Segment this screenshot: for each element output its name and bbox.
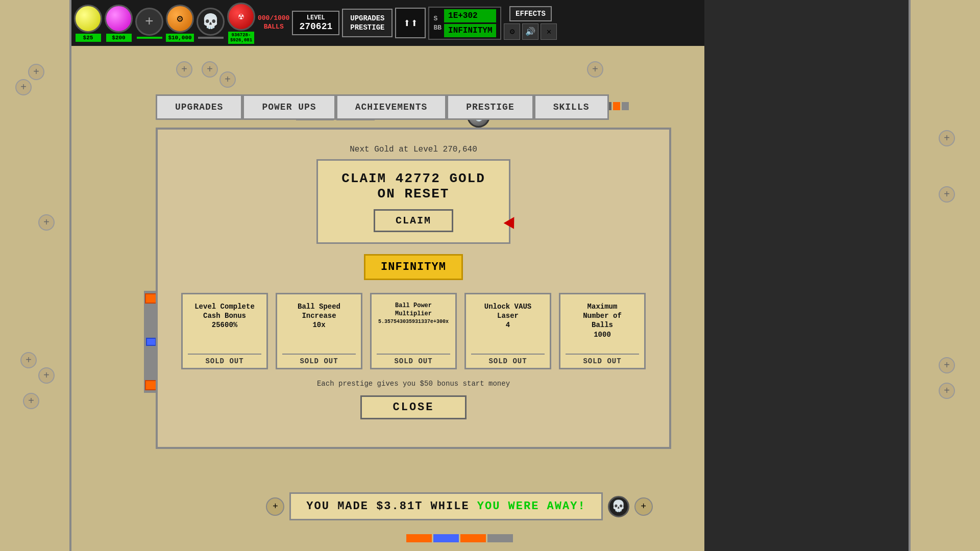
plus-button[interactable]: + [20, 352, 37, 368]
prestige-item-1-status: SOLD OUT [188, 354, 261, 368]
tab-skills[interactable]: SKILLS [534, 94, 609, 120]
bar-seg-1 [406, 534, 432, 542]
prestige-item-3-status: SOLD OUT [377, 354, 450, 368]
tab-prestige[interactable]: PRESTIGE [447, 94, 533, 120]
level-box: LEVEL 270621 [292, 11, 339, 35]
plus-button[interactable]: + [939, 130, 955, 146]
plus-ball-button[interactable]: + [135, 8, 163, 36]
gear-icon[interactable]: ⚙ [504, 23, 520, 40]
prestige-item-4[interactable]: Unlock VAUSLaser4 SOLD OUT [464, 293, 551, 369]
prestige-items-container: Level CompleteCash Bonus25600% SOLD OUT … [181, 293, 646, 369]
plus-button[interactable]: + [38, 214, 55, 231]
notification-left-btn[interactable]: + [266, 497, 284, 516]
prestige-item-3-name: Ball PowerMultiplier5.357543035931337e+3… [378, 302, 449, 326]
prestige-item-5-name: MaximumNumber ofBalls1000 [583, 302, 622, 339]
close-button[interactable]: CLOSE [360, 395, 466, 419]
skull-ball-button[interactable]: 💀 [197, 8, 225, 36]
upgrades-prestige-button[interactable]: UPGRADESPRESTIGE [342, 9, 393, 37]
red-ball-col: ☢ 936728-$926,081 [227, 3, 255, 44]
plus-button[interactable]: + [23, 393, 39, 409]
prestige-item-1-name: Level CompleteCash Bonus25600% [194, 302, 255, 330]
next-gold-text: Next Gold at Level 270,640 [350, 145, 477, 154]
prestige-item-5-status: SOLD OUT [566, 354, 639, 368]
pink-ball-button[interactable] [105, 5, 133, 33]
plus-button-board-1[interactable]: + [176, 61, 192, 78]
plus-ball-col: + [135, 8, 163, 39]
color-seg-orange3 [613, 102, 620, 110]
orange-ball-price: $10,000 [166, 34, 193, 42]
orange-ball-button[interactable]: ⚙ [166, 5, 194, 33]
bonus-text: Each prestige gives you $50 bonus start … [317, 380, 510, 388]
s-label: S [433, 15, 442, 22]
right-panel: + + + + [909, 0, 980, 551]
close-icon[interactable]: ✕ [541, 23, 557, 40]
yellow-ball-button[interactable] [74, 5, 102, 33]
red-ball-button[interactable]: ☢ [227, 3, 255, 31]
level-value: 270621 [299, 21, 332, 32]
notification-skull-button[interactable]: 💀 [608, 496, 629, 517]
level-label: LEVEL [299, 14, 332, 21]
slider-handle-blue [146, 338, 156, 346]
prestige-modal: Next Gold at Level 270,640 CLAIM 42772 G… [156, 128, 671, 449]
plus-button[interactable]: + [15, 79, 32, 95]
tab-achievements[interactable]: ACHIEVEMENTS [336, 94, 447, 120]
effects-icons: ⚙ 🔊 ✕ [504, 23, 557, 40]
left-panel: + + + + + + [0, 0, 71, 551]
prestige-item-2[interactable]: Ball SpeedIncrease10x SOLD OUT [276, 293, 362, 369]
plus-button[interactable]: + [939, 357, 955, 373]
plus-button-board-4[interactable]: + [587, 61, 603, 78]
claim-box: CLAIM 42772 GOLD ON RESET CLAIM [316, 159, 510, 244]
sound-icon[interactable]: 🔊 [522, 23, 538, 40]
yellow-ball-price: $25 [76, 34, 101, 42]
plus-button[interactable]: + [939, 383, 955, 399]
bar-seg-2 [433, 534, 459, 542]
prestige-item-5[interactable]: MaximumNumber ofBalls1000 SOLD OUT [559, 293, 646, 369]
bar-seg-4 [487, 534, 513, 542]
main-content: 197.70P 197.70P 💀 UPGRADES POWER UPS ACH… [71, 46, 704, 551]
skull-ball-col: 💀 [197, 8, 225, 39]
prestige-item-3[interactable]: Ball PowerMultiplier5.357543035931337e+3… [370, 293, 457, 369]
pink-ball-price: $200 [106, 34, 132, 42]
pink-ball-col: $200 [105, 5, 133, 42]
color-seg-gray2 [622, 102, 629, 110]
bottom-progress-bar [143, 533, 776, 543]
tab-upgrades[interactable]: UPGRADES [156, 94, 242, 120]
plus-button[interactable]: + [28, 64, 44, 80]
currency-box: S BB 1E+302 INFINITYM [428, 7, 501, 40]
skull-ball-price [198, 37, 224, 39]
prestige-item-1[interactable]: Level CompleteCash Bonus25600% SOLD OUT [181, 293, 268, 369]
nav-bar: UPGRADES POWER UPS ACHIEVEMENTS PRESTIGE… [156, 94, 609, 120]
infinity-button[interactable]: INFINITYM [364, 254, 463, 280]
plus-ball-price [137, 37, 162, 39]
notification-right-btn[interactable]: + [634, 497, 653, 516]
prestige-item-4-status: SOLD OUT [471, 354, 545, 368]
claim-title: CLAIM 42772 GOLD ON RESET [338, 171, 488, 202]
rank-button[interactable]: ⬆⬆ [395, 8, 426, 38]
plus-button[interactable]: + [38, 367, 55, 384]
top-bar: $25 $200 + ⚙ $10,000 💀 ☢ 936728-$926,081… [71, 0, 704, 46]
prestige-item-4-name: Unlock VAUSLaser4 [484, 302, 531, 330]
claim-button[interactable]: CLAIM [374, 209, 453, 232]
plus-button[interactable]: + [939, 186, 955, 203]
bar-seg-3 [460, 534, 486, 542]
red-ball-price: 936728-$926,081 [228, 32, 254, 44]
orange-ball-col: ⚙ $10,000 [166, 5, 194, 42]
bb-label: BB [433, 24, 442, 32]
balls-counter: 000/1000 BALLS [258, 14, 289, 32]
plus-button-board-2[interactable]: + [202, 61, 218, 78]
currency-value: 1E+302 [444, 9, 496, 22]
tab-power-ups[interactable]: POWER UPS [242, 94, 335, 120]
notification-text: YOU MADE $3.81T WHILE YOU WERE AWAY! [289, 492, 602, 520]
highlight-text: YOU WERE AWAY! [477, 500, 586, 513]
currency-name: INFINITYM [444, 24, 496, 37]
effects-button[interactable]: EFFECTS [509, 6, 552, 21]
prestige-item-2-status: SOLD OUT [282, 354, 356, 368]
plus-button-board-3[interactable]: + [219, 71, 236, 88]
bottom-notification: + YOU MADE $3.81T WHILE YOU WERE AWAY! 💀… [143, 492, 776, 520]
prestige-item-2-name: Ball SpeedIncrease10x [298, 302, 340, 330]
yellow-ball-col: $25 [74, 5, 102, 42]
